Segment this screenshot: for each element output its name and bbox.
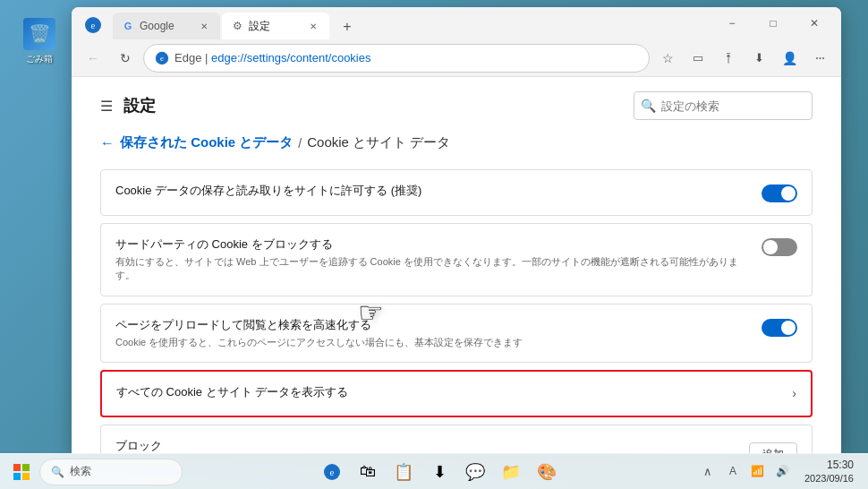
tab-google-favicon: G — [122, 20, 134, 32]
address-bar[interactable]: e Edge | edge://settings/content/cookies — [143, 44, 650, 73]
taskbar-app-search[interactable]: 📋 — [387, 456, 420, 488]
taskbar-clock[interactable]: 15:30 2023/09/16 — [797, 459, 861, 485]
settings-item-preload: ページをプリロードして閲覧と検索を高速化する Cookie を使用すると、これら… — [100, 304, 813, 363]
desktop-icon-trash[interactable]: 🗑️ ごみ箱 — [13, 18, 66, 65]
nav-bar: ← ↻ e Edge | edge://settings/content/coo… — [72, 39, 841, 77]
favorites-button[interactable]: ☆ — [653, 44, 682, 73]
settings-page-title: 設定 — [123, 95, 156, 116]
address-url: edge://settings/content/cookies — [211, 51, 371, 64]
close-button[interactable]: ✕ — [795, 10, 834, 37]
windows-logo-icon — [13, 464, 30, 480]
settings-item-view-all[interactable]: すべての Cookie とサイト データを表示する › — [100, 370, 813, 417]
block-section-content: ブロック デバイスに Cookie を保存して読み取ることを以下のサイトに対して… — [115, 438, 466, 453]
breadcrumb-current-page: Cookie とサイト データ — [307, 134, 450, 151]
tab-settings-favicon: ⚙ — [231, 20, 243, 32]
block-header: ブロック デバイスに Cookie を保存して読み取ることを以下のサイトに対して… — [115, 438, 797, 453]
settings-item-block: ブロック デバイスに Cookie を保存して読み取ることを以下のサイトに対して… — [100, 425, 813, 453]
taskbar-date-display: 2023/09/16 — [804, 472, 854, 485]
breadcrumb-separator: / — [298, 136, 302, 150]
taskbar-app-teams[interactable]: 💬 — [459, 456, 491, 488]
view-all-chevron: › — [792, 386, 796, 400]
taskbar: 🔍 検索 e 🛍 📋 ⬇ 💬 📁 🎨 ∧ A 📶 🔊 15:30 — [0, 453, 868, 489]
more-button[interactable]: ··· — [805, 44, 834, 73]
trash-icon-label: ごみ箱 — [26, 53, 53, 65]
nav-actions: ☆ ▭ ⭱ ⬇ 👤 ··· — [653, 44, 834, 73]
content-area: ☰ 設定 🔍 ← 保存された Cookie とデータ / Cookie とサイト… — [72, 77, 841, 453]
trash-icon: 🗑️ — [23, 18, 55, 50]
settings-item-block-third-party: サードパーティの Cookie をブロックする 有効にすると、サイトでは Web… — [100, 223, 813, 296]
preload-content: ページをプリロードして閲覧と検索を高速化する Cookie を使用すると、これら… — [115, 317, 747, 349]
block-third-party-content: サードパーティの Cookie をブロックする 有効にすると、サイトでは Web… — [115, 236, 747, 283]
allow-cookies-toggle[interactable] — [762, 184, 797, 202]
block-third-party-desc: 有効にすると、サイトでは Web 上でユーザーを追跡する Cookie を使用で… — [115, 255, 747, 283]
new-tab-button[interactable]: + — [335, 14, 360, 39]
taskbar-font-icon[interactable]: A — [722, 460, 744, 482]
edge-logo-icon: e — [155, 51, 169, 65]
taskbar-search-icon: 🔍 — [51, 466, 64, 478]
history-button[interactable]: ⭱ — [714, 44, 743, 73]
preload-title: ページをプリロードして閲覧と検索を高速化する — [115, 317, 747, 333]
taskbar-right: ∧ A 📶 🔊 15:30 2023/09/16 — [697, 459, 861, 485]
maximize-button[interactable]: □ — [753, 10, 793, 37]
taskbar-search-bar[interactable]: 🔍 検索 — [39, 459, 183, 485]
svg-rect-5 — [22, 464, 30, 471]
taskbar-volume-icon[interactable]: 🔊 — [772, 460, 794, 482]
breadcrumb-parent-link[interactable]: 保存された Cookie とデータ — [120, 134, 293, 151]
taskbar-time-display: 15:30 — [804, 459, 854, 473]
svg-text:e: e — [160, 54, 164, 63]
tab-settings[interactable]: ⚙ 設定 ✕ — [222, 13, 329, 39]
minimize-button[interactable]: − — [712, 10, 752, 37]
taskbar-app-explorer[interactable]: 📁 — [495, 456, 527, 488]
block-third-party-toggle[interactable] — [762, 238, 797, 256]
settings-search-wrap: 🔍 — [634, 91, 813, 120]
taskbar-search-label: 検索 — [70, 464, 91, 479]
settings-title-row: ☰ 設定 — [100, 95, 156, 116]
taskbar-app-store[interactable]: 🛍 — [352, 456, 384, 488]
block-third-party-title: サードパーティの Cookie をブロックする — [115, 236, 747, 253]
settings-search-icon: 🔍 — [641, 99, 656, 113]
svg-rect-7 — [22, 473, 30, 480]
tab-settings-title: 設定 — [249, 19, 301, 34]
view-all-content: すべての Cookie とサイト データを表示する — [116, 384, 778, 403]
start-button[interactable] — [7, 458, 36, 486]
svg-text:e: e — [330, 467, 335, 477]
allow-cookies-title: Cookie データの保存と読み取りをサイトに許可する (推奨) — [115, 183, 747, 199]
collections-button[interactable]: ▭ — [684, 44, 712, 73]
breadcrumb-back-arrow[interactable]: ← — [100, 135, 115, 151]
block-add-button[interactable]: 追加 — [749, 442, 797, 453]
refresh-button[interactable]: ↻ — [111, 44, 140, 73]
block-title: ブロック — [115, 438, 466, 453]
settings-main: ☰ 設定 🔍 ← 保存された Cookie とデータ / Cookie とサイト… — [72, 77, 841, 453]
taskbar-app-photos[interactable]: 🎨 — [531, 456, 563, 488]
settings-item-allow-cookies: Cookie データの保存と読み取りをサイトに許可する (推奨) — [100, 169, 813, 216]
tab-bar: e G Google ✕ ⚙ 設定 ✕ + — [79, 7, 709, 39]
profile-button[interactable]: 👤 — [775, 44, 804, 73]
downloads-button[interactable]: ⬇ — [745, 44, 773, 73]
address-prefix: Edge | edge://settings/content/cookies — [174, 51, 371, 64]
svg-rect-4 — [13, 464, 21, 471]
settings-search-input[interactable] — [634, 91, 813, 120]
hamburger-menu[interactable]: ☰ — [100, 98, 113, 115]
window-controls: − □ ✕ — [712, 10, 834, 37]
taskbar-app-edge[interactable]: e — [316, 456, 348, 488]
taskbar-network-icon[interactable]: 📶 — [747, 460, 769, 482]
allow-cookies-content: Cookie データの保存と読み取りをサイトに許可する (推奨) — [115, 183, 747, 202]
desktop: 🗑️ ごみ箱 e G Google ✕ ⚙ 設定 — [0, 0, 868, 489]
view-all-title: すべての Cookie とサイト データを表示する — [116, 384, 778, 400]
tab-google-title: Google — [140, 20, 191, 32]
settings-top-bar: ☰ 設定 🔍 — [100, 91, 813, 120]
breadcrumb: ← 保存された Cookie とデータ / Cookie とサイト データ — [100, 134, 813, 151]
tab-google-close[interactable]: ✕ — [197, 19, 211, 33]
svg-rect-6 — [13, 473, 21, 480]
tab-google[interactable]: G Google ✕ — [113, 13, 220, 39]
preload-toggle[interactable] — [762, 319, 797, 337]
taskbar-app-downloads[interactable]: ⬇ — [423, 456, 455, 488]
browser-window: e G Google ✕ ⚙ 設定 ✕ + − □ ✕ — [72, 7, 841, 453]
taskbar-overflow-icon[interactable]: ∧ — [697, 460, 719, 482]
taskbar-center: e 🛍 📋 ⬇ 💬 📁 🎨 — [186, 456, 694, 488]
preload-desc: Cookie を使用すると、これらのページにアクセスしない場合にも、基本設定を保… — [115, 336, 747, 349]
back-button[interactable]: ← — [79, 44, 107, 73]
tab-settings-close[interactable]: ✕ — [306, 19, 320, 33]
svg-text:e: e — [91, 20, 96, 30]
title-bar: e G Google ✕ ⚙ 設定 ✕ + − □ ✕ — [72, 7, 841, 39]
